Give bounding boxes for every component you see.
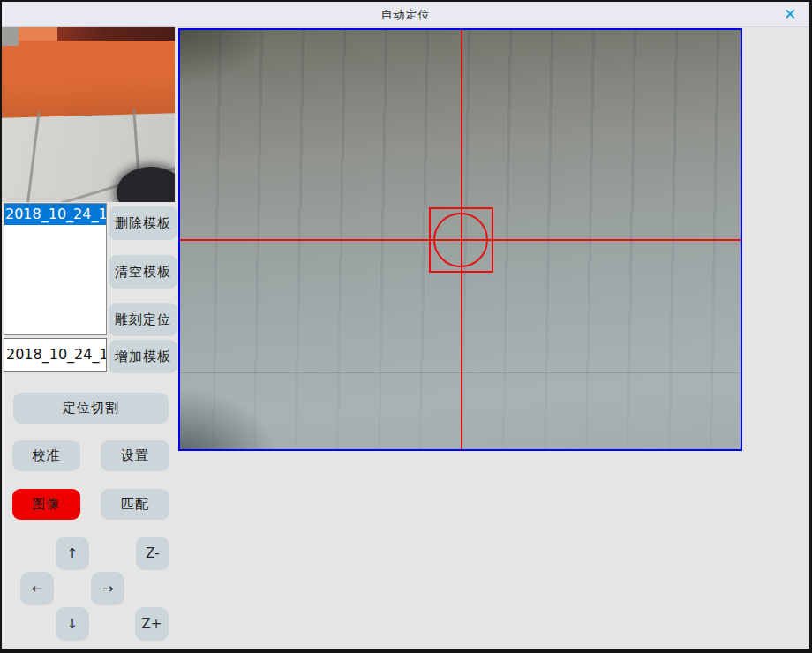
match-button[interactable]: 匹配 — [101, 489, 169, 520]
z-minus-button[interactable]: Z- — [136, 537, 169, 570]
target-circle-marker — [433, 213, 488, 267]
delete-template-button[interactable]: 删除模板 — [109, 206, 177, 240]
thumbnail-corner-patch — [2, 27, 19, 46]
calibrate-button[interactable]: 校准 — [12, 440, 80, 471]
title-bar: 自动定位 ✕ — [2, 2, 809, 27]
camera-live-view[interactable] — [178, 28, 742, 451]
thumbnail-tile-line — [26, 111, 40, 202]
jog-down-button[interactable]: ↓ — [56, 607, 89, 641]
template-list[interactable]: 2018_10_24_11 — [4, 203, 107, 335]
close-icon[interactable]: ✕ — [779, 4, 801, 24]
thumbnail-dark-object — [117, 167, 175, 202]
image-button[interactable]: 图像 — [12, 489, 80, 520]
template-name-input[interactable]: 2018_10_24_11 — [4, 338, 107, 372]
template-thumbnail-image — [2, 27, 175, 202]
add-template-button[interactable]: 增加模板 — [109, 340, 177, 373]
clear-templates-button[interactable]: 清空模板 — [109, 255, 177, 289]
jog-right-button[interactable]: → — [91, 572, 124, 605]
thumbnail-dark-strip — [56, 27, 175, 41]
template-list-item-selected[interactable]: 2018_10_24_11 — [4, 204, 106, 225]
position-cut-button[interactable]: 定位切割 — [13, 393, 169, 424]
jog-up-button[interactable]: ↑ — [56, 537, 89, 570]
z-plus-button[interactable]: Z+ — [135, 607, 169, 641]
dialog-title: 自动定位 — [2, 7, 809, 23]
auto-position-dialog: 自动定位 ✕ 2018_10_24_11 2018_10_24_11 删除模板 … — [0, 0, 812, 653]
jog-left-button[interactable]: ← — [20, 572, 54, 605]
thumbnail-orange-block — [19, 27, 57, 41]
thumbnail-orange-beam — [2, 34, 175, 118]
settings-button[interactable]: 设置 — [101, 440, 169, 471]
engrave-position-button[interactable]: 雕刻定位 — [109, 303, 177, 336]
